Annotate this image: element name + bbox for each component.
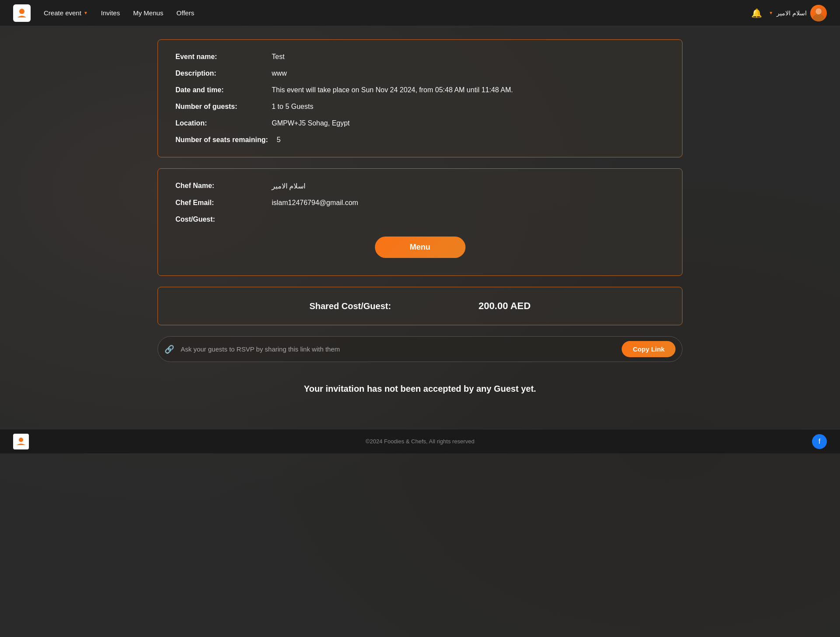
- link-placeholder-text: Ask your guests to RSVP by sharing this …: [181, 345, 622, 353]
- facebook-icon[interactable]: f: [812, 434, 827, 449]
- main-content: Event name: Test Description: www Date a…: [149, 26, 691, 429]
- footer: ©2024 Foodies & Chefs, All rights reserv…: [0, 429, 840, 453]
- date-time-row: Date and time: This event will take plac…: [175, 86, 665, 94]
- footer-brand-icon: [13, 434, 29, 449]
- event-details-card: Event name: Test Description: www Date a…: [158, 39, 682, 157]
- navbar-left: Create event ▼ Invites My Menus Offers: [13, 4, 751, 22]
- event-name-value: Test: [272, 53, 284, 61]
- chef-email-label: Chef Email:: [175, 199, 263, 207]
- copy-link-button[interactable]: Copy Link: [622, 341, 676, 357]
- svg-point-3: [816, 8, 822, 14]
- svg-point-4: [19, 438, 23, 442]
- date-time-label: Date and time:: [175, 86, 263, 94]
- guests-value: 1 to 5 Guests: [272, 103, 313, 111]
- navbar: Create event ▼ Invites My Menus Offers 🔔…: [0, 0, 840, 26]
- offers-nav[interactable]: Offers: [176, 9, 194, 17]
- menu-button[interactable]: Menu: [375, 237, 466, 258]
- invites-nav[interactable]: Invites: [101, 9, 120, 17]
- chef-email-value: islam12476794@gmail.com: [272, 199, 358, 207]
- shared-cost-label: Shared Cost/Guest:: [309, 301, 391, 311]
- guests-label: Number of guests:: [175, 103, 263, 111]
- svg-point-2: [813, 14, 824, 21]
- location-value: GMPW+J5 Sohag, Egypt: [272, 119, 350, 127]
- chef-email-row: Chef Email: islam12476794@gmail.com: [175, 199, 665, 207]
- user-section[interactable]: ▼ اسلام الامير: [769, 5, 827, 21]
- chef-name-value: اسلام الامير: [272, 182, 305, 190]
- footer-copyright: ©2024 Foodies & Chefs, All rights reserv…: [366, 438, 475, 445]
- event-name-row: Event name: Test: [175, 53, 665, 61]
- seats-label: Number of seats remaining:: [175, 136, 268, 144]
- bell-icon[interactable]: 🔔: [751, 8, 762, 18]
- event-name-label: Event name:: [175, 53, 263, 61]
- seats-row: Number of seats remaining: 5: [175, 136, 665, 144]
- invitation-status-text: Your invitation has not been accepted by…: [166, 384, 674, 394]
- location-row: Location: GMPW+J5 Sohag, Egypt: [175, 119, 665, 127]
- invitation-status: Your invitation has not been accepted by…: [158, 375, 682, 403]
- date-time-value: This event will take place on Sun Nov 24…: [272, 86, 513, 94]
- footer-social: f: [812, 434, 827, 449]
- create-event-nav[interactable]: Create event ▼: [44, 9, 88, 17]
- user-avatar: [810, 5, 827, 21]
- guests-row: Number of guests: 1 to 5 Guests: [175, 103, 665, 111]
- description-row: Description: www: [175, 70, 665, 77]
- user-dropdown-arrow-icon: ▼: [769, 10, 773, 15]
- description-label: Description:: [175, 70, 263, 77]
- location-label: Location:: [175, 119, 263, 127]
- chef-name-label: Chef Name:: [175, 182, 263, 190]
- seats-value: 5: [277, 136, 281, 144]
- cost-guest-label: Cost/Guest:: [175, 216, 263, 223]
- brand-icon: [13, 4, 31, 22]
- navbar-brand: [13, 4, 31, 22]
- chef-name-row: Chef Name: اسلام الامير: [175, 182, 665, 190]
- svg-point-0: [19, 9, 24, 14]
- dropdown-arrow-icon: ▼: [84, 10, 88, 15]
- navbar-right: 🔔 ▼ اسلام الامير: [751, 5, 827, 21]
- chef-details-card: Chef Name: اسلام الامير Chef Email: isla…: [158, 168, 682, 276]
- link-icon: 🔗: [164, 345, 174, 354]
- description-value: www: [272, 70, 287, 77]
- link-bar: 🔗 Ask your guests to RSVP by sharing thi…: [158, 336, 682, 362]
- footer-logo: [13, 434, 29, 449]
- shared-cost-card: Shared Cost/Guest: 200.00 AED: [158, 287, 682, 325]
- shared-cost-value: 200.00 AED: [479, 300, 531, 312]
- cost-guest-row: Cost/Guest:: [175, 216, 665, 223]
- my-menus-nav[interactable]: My Menus: [133, 9, 163, 17]
